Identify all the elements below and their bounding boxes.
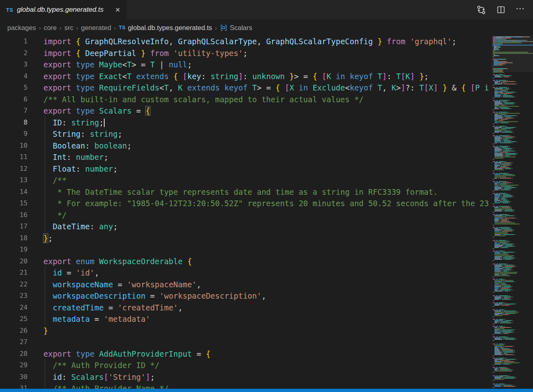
- code-text: /** All built-in and custom scalars, map…: [43, 94, 363, 106]
- line-number: 25: [0, 313, 28, 325]
- code-text: /**: [43, 174, 67, 186]
- code-text: id = 'id',: [43, 267, 99, 279]
- line-number: 17: [0, 221, 28, 233]
- breadcrumb-file-label: global.db.types.generated.ts: [128, 24, 212, 32]
- code-line-4: 4export type Exact<T extends { [key: str…: [0, 71, 492, 82]
- code-line-10: 10 Boolean: boolean;: [0, 140, 492, 152]
- breadcrumb-item-src[interactable]: src: [64, 24, 73, 32]
- line-number: 4: [0, 71, 28, 82]
- code-text: export type Maybe<T> = T | null;: [43, 59, 192, 71]
- line-number: 24: [0, 302, 28, 314]
- breadcrumb-symbol-label: Scalars: [230, 24, 252, 32]
- code-text: Int: number;: [43, 151, 108, 163]
- code-lines[interactable]: 1import { GraphQLResolveInfo, GraphQLSca…: [0, 36, 492, 392]
- split-editor-icon[interactable]: [496, 5, 506, 15]
- code-line-8: 8 ID: string;: [0, 117, 492, 129]
- code-line-1: 1import { GraphQLResolveInfo, GraphQLSca…: [0, 36, 492, 47]
- breadcrumb-separator: ›: [39, 24, 41, 31]
- line-number: 27: [0, 336, 28, 348]
- code-line-16: 16 */: [0, 209, 492, 221]
- code-line-12: 12 Float: number;: [0, 163, 492, 175]
- line-number: 23: [0, 290, 28, 302]
- line-number: 21: [0, 267, 28, 279]
- line-number: 18: [0, 233, 28, 244]
- line-number: 14: [0, 186, 28, 198]
- line-number: 11: [0, 151, 28, 163]
- code-text: createdTime = 'createdTime',: [43, 302, 183, 314]
- code-text: DateTime: any;: [43, 221, 118, 233]
- tab-bar: TS global.db.types.generated.ts ✕ ⋯: [0, 0, 533, 19]
- code-line-11: 11 Int: number;: [0, 151, 492, 163]
- line-number: 1: [0, 36, 28, 47]
- code-text: /** Auth Provider ID */: [43, 360, 159, 371]
- breadcrumb-item-packages[interactable]: packages: [7, 24, 36, 32]
- minimap[interactable]: [492, 36, 533, 389]
- code-line-14: 14 * The DateTime scalar type represents…: [0, 186, 492, 198]
- code-text: metadata = 'metadata': [43, 313, 150, 325]
- breadcrumb-file[interactable]: TSglobal.db.types.generated.ts: [119, 24, 212, 32]
- code-line-22: 22 workspaceName = 'workspaceName',: [0, 279, 492, 291]
- code-text: }: [43, 325, 48, 337]
- code-text: export type RequireFields<T, K extends k…: [43, 82, 489, 94]
- open-changes-icon[interactable]: [476, 5, 486, 15]
- line-number: 19: [0, 244, 28, 256]
- status-bar[interactable]: [0, 389, 533, 392]
- line-number: 15: [0, 198, 28, 209]
- minimap-slider[interactable]: [492, 36, 533, 72]
- code-text: Boolean: boolean;: [43, 140, 131, 152]
- code-line-29: 29 /** Auth Provider ID */: [0, 360, 492, 371]
- code-line-30: 30 id: Scalars['String'];: [0, 371, 492, 383]
- code-text: import { GraphQLResolveInfo, GraphQLScal…: [43, 36, 456, 47]
- more-actions-icon[interactable]: ⋯: [516, 4, 525, 15]
- code-line-5: 5export type RequireFields<T, K extends …: [0, 82, 492, 94]
- line-number: 16: [0, 209, 28, 221]
- tab-title: global.db.types.generated.ts: [17, 6, 110, 14]
- breadcrumb-item-core[interactable]: core: [44, 24, 57, 32]
- code-line-9: 9 String: string;: [0, 128, 492, 140]
- editor-actions: ⋯: [476, 0, 533, 19]
- code-line-19: 19: [0, 244, 492, 256]
- line-number: 5: [0, 82, 28, 94]
- line-number: 13: [0, 174, 28, 186]
- code-text: export type Exact<T extends { [key: stri…: [43, 71, 429, 82]
- line-number: 2: [0, 47, 28, 59]
- code-text: export type Scalars = {: [43, 105, 150, 117]
- breadcrumb-symbol-scalars[interactable]: Scalars: [220, 24, 252, 32]
- line-number: 10: [0, 140, 28, 152]
- code-text: String: string;: [43, 128, 123, 140]
- code-line-17: 17 DateTime: any;: [0, 221, 492, 233]
- code-text: * For example: "1985-04-12T23:20:50.52Z"…: [43, 198, 489, 209]
- code-line-15: 15 * For example: "1985-04-12T23:20:50.5…: [0, 198, 492, 209]
- code-line-21: 21 id = 'id',: [0, 267, 492, 279]
- line-number: 6: [0, 94, 28, 106]
- line-number: 28: [0, 348, 28, 360]
- tab-global-db-types-generated-ts[interactable]: TS global.db.types.generated.ts ✕: [0, 0, 127, 19]
- code-text: * The DateTime scalar type represents da…: [43, 186, 438, 198]
- line-number: 26: [0, 325, 28, 337]
- code-text: workspaceDescription = 'workspaceDescrip…: [43, 290, 266, 302]
- code-line-3: 3export type Maybe<T> = T | null;: [0, 59, 492, 71]
- code-line-18: 18};: [0, 233, 492, 244]
- line-number: 22: [0, 279, 28, 291]
- line-number: 3: [0, 59, 28, 71]
- breadcrumb-separator: ›: [215, 24, 217, 31]
- line-number: 8: [0, 117, 28, 129]
- breadcrumb-item-generated[interactable]: generated: [81, 24, 111, 32]
- code-text: export type AddAuthProviderInput = {: [43, 348, 211, 360]
- line-number: 30: [0, 371, 28, 383]
- code-line-13: 13 /**: [0, 174, 492, 186]
- code-line-2: 2import { DeepPartial } from 'utility-ty…: [0, 47, 492, 59]
- breadcrumb-separator: ›: [60, 24, 62, 31]
- line-number: 29: [0, 360, 28, 371]
- code-text: id: Scalars['String'];: [43, 371, 155, 383]
- code-line-23: 23 workspaceDescription = 'workspaceDesc…: [0, 290, 492, 302]
- breadcrumb-separator: ›: [114, 24, 116, 31]
- code-text: export enum WorkspaceOrderable {: [43, 256, 192, 267]
- code-text: import { DeepPartial } from 'utility-typ…: [43, 47, 247, 59]
- close-tab-icon[interactable]: ✕: [114, 5, 122, 15]
- line-number: 9: [0, 128, 28, 140]
- code-line-24: 24 createdTime = 'createdTime',: [0, 302, 492, 314]
- editor-area[interactable]: 1import { GraphQLResolveInfo, GraphQLSca…: [0, 36, 533, 392]
- code-line-26: 26}: [0, 325, 492, 337]
- line-number: 20: [0, 256, 28, 267]
